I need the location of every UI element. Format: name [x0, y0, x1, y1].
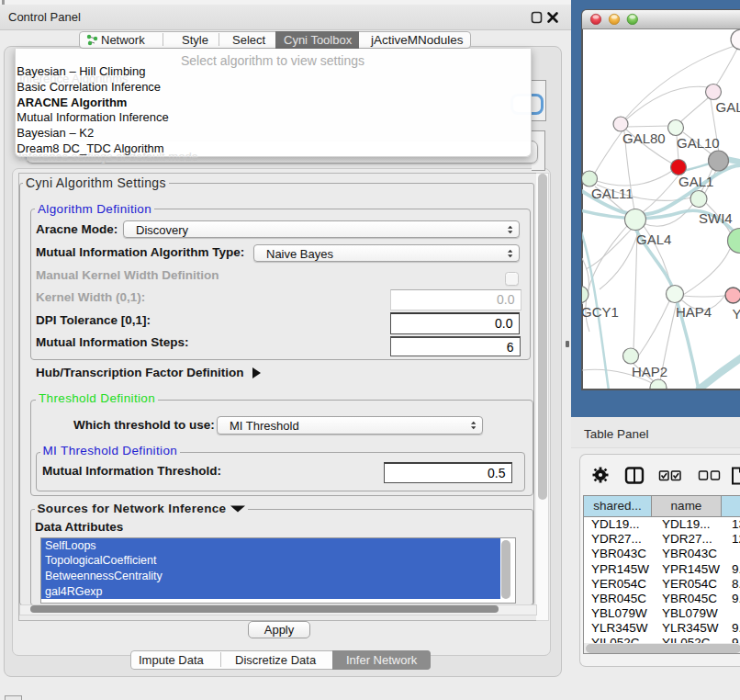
svg-text:HAP2: HAP2 — [632, 364, 667, 379]
svg-text:Y: Y — [733, 306, 740, 322]
svg-text:GAL1: GAL1 — [678, 174, 713, 189]
svg-text:GAL11: GAL11 — [591, 186, 633, 201]
svg-text:HAP4: HAP4 — [676, 304, 712, 320]
svg-text:GAL7: GAL7 — [716, 99, 740, 115]
svg-text:GAL10: GAL10 — [677, 135, 720, 151]
svg-text:SWI4: SWI4 — [699, 210, 733, 226]
svg-text:GAL80: GAL80 — [622, 130, 666, 146]
svg-text:GAL4: GAL4 — [636, 231, 671, 247]
svg-text:GCY1: GCY1 — [582, 304, 619, 320]
